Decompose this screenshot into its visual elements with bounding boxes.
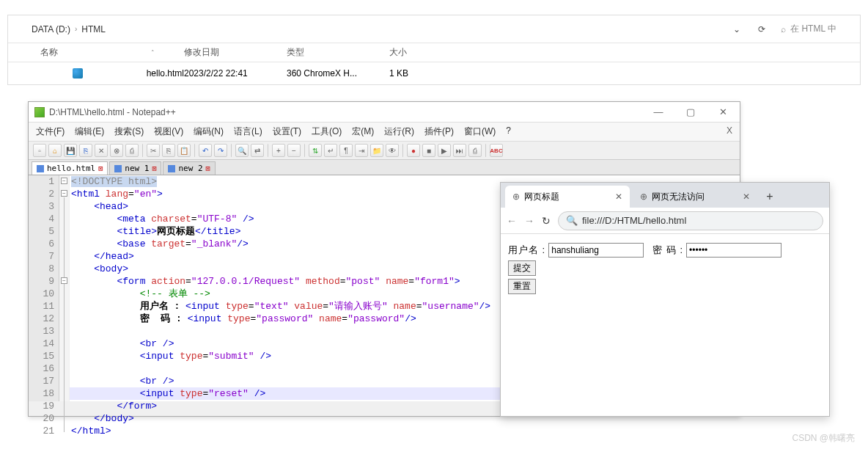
address-bar[interactable]: 🔍 file:///D:/HTML/hello.html — [558, 211, 823, 230]
browser-tab-inactive[interactable]: ⊕ 网页无法访问 ✕ — [633, 186, 757, 208]
tb-copy-icon[interactable]: ⎘ — [162, 144, 175, 157]
search-icon: ⌕ — [781, 24, 786, 34]
file-explorer: DATA (D:) › HTML ⌄ ⟳ ⌕ 在 HTML 中 名称˄ 修改日期… — [7, 15, 861, 85]
path-root[interactable]: DATA (D:) — [32, 24, 70, 34]
tb-cut-icon[interactable]: ✂ — [147, 144, 160, 157]
menu-close-doc[interactable]: X — [727, 125, 732, 138]
tb-spellcheck-icon[interactable]: ABC — [490, 144, 503, 157]
reload-button[interactable]: ↻ — [542, 215, 551, 227]
tb-sep — [194, 144, 195, 157]
col-date[interactable]: 修改日期 — [184, 46, 287, 59]
tab-hello-html[interactable]: hello.html⊠ — [32, 161, 108, 175]
tb-sync-icon[interactable]: ⇅ — [309, 144, 322, 157]
menu-help[interactable]: ? — [506, 125, 511, 138]
path-folder[interactable]: HTML — [81, 24, 106, 34]
reset-button[interactable] — [508, 279, 536, 294]
file-row[interactable]: hello.html 2023/2/22 22:41 360 ChromeX H… — [8, 62, 860, 84]
globe-icon: ⊕ — [512, 191, 520, 202]
tb-replace-icon[interactable]: ⇄ — [251, 144, 264, 157]
tb-folder-icon[interactable]: 📁 — [370, 144, 383, 157]
tb-playmulti-icon[interactable]: ⏭ — [453, 144, 466, 157]
fold-toggle-icon[interactable]: − — [61, 277, 67, 284]
menu-window[interactable]: 窗口(W) — [464, 125, 496, 138]
browser-toolbar: ← → ↻ 🔍 file:///D:/HTML/hello.html — [501, 208, 829, 234]
minimize-button[interactable]: — — [647, 106, 669, 117]
search-placeholder: 在 HTML 中 — [790, 23, 836, 35]
tb-new-icon[interactable]: ▫ — [33, 144, 46, 157]
tb-zoomin-icon[interactable]: + — [272, 144, 285, 157]
npp-title-text: D:\HTML\hello.html - Notepad++ — [49, 107, 176, 117]
tb-sep — [402, 144, 403, 157]
menu-search[interactable]: 搜索(S) — [114, 125, 144, 138]
maximize-button[interactable]: ▢ — [680, 106, 702, 117]
tb-closeall-icon[interactable]: ⊗ — [110, 144, 123, 157]
tb-close-icon[interactable]: ✕ — [95, 144, 108, 157]
tb-sep — [142, 144, 143, 157]
menu-tools[interactable]: 工具(O) — [312, 125, 342, 138]
tab-close-icon[interactable]: ⊠ — [152, 164, 156, 172]
sort-indicator-icon: ˄ — [151, 49, 184, 56]
tb-paste-icon[interactable]: 📋 — [177, 144, 191, 157]
tb-redo-icon[interactable]: ↷ — [214, 144, 227, 157]
browser-viewport: 用户名 : 密 码 : — [501, 234, 829, 306]
tb-play-icon[interactable]: ▶ — [438, 144, 451, 157]
tab-new-2[interactable]: new 2⊠ — [163, 161, 215, 175]
menu-settings[interactable]: 设置(T) — [273, 125, 301, 138]
fold-toggle-icon[interactable]: − — [61, 190, 67, 197]
tb-zoomout-icon[interactable]: − — [287, 144, 301, 157]
tb-sep — [231, 144, 232, 157]
tb-open-icon[interactable]: ⌂ — [48, 144, 62, 157]
username-input[interactable] — [548, 243, 644, 258]
browser-tab-active[interactable]: ⊕ 网页标题 ✕ — [505, 186, 630, 208]
file-name: hello.html — [147, 68, 184, 79]
tb-allchars-icon[interactable]: ¶ — [339, 144, 353, 157]
menu-run[interactable]: 运行(R) — [384, 125, 414, 138]
menu-view[interactable]: 视图(V) — [154, 125, 183, 138]
line-number-gutter: 123456789101112131415161718192021 — [29, 175, 59, 401]
url-text: file:///D:/HTML/hello.html — [582, 215, 686, 226]
col-name[interactable]: 名称˄ — [8, 46, 184, 59]
npp-titlebar[interactable]: D:\HTML\hello.html - Notepad++ — ▢ ✕ — [29, 102, 740, 123]
tab-close-icon[interactable]: ⊠ — [206, 164, 210, 172]
tb-undo-icon[interactable]: ↶ — [199, 144, 212, 157]
explorer-search[interactable]: ⌕ 在 HTML 中 — [781, 23, 836, 35]
explorer-breadcrumb[interactable]: DATA (D:) › HTML ⌄ ⟳ ⌕ 在 HTML 中 — [8, 15, 860, 43]
search-icon: 🔍 — [566, 215, 578, 226]
watermark: CSDN @韩曙亮 — [792, 432, 855, 445]
col-type[interactable]: 类型 — [287, 46, 389, 59]
back-button[interactable]: ← — [507, 215, 517, 227]
tab-new-1[interactable]: new 1⊠ — [109, 161, 161, 175]
fold-toggle-icon[interactable]: − — [61, 178, 67, 184]
fold-column[interactable]: − − − — [59, 175, 70, 401]
tb-monitor-icon[interactable]: 👁 — [386, 144, 399, 157]
tab-close-icon[interactable]: ⊠ — [98, 164, 103, 172]
menu-language[interactable]: 语言(L) — [234, 125, 262, 138]
menu-encoding[interactable]: 编码(N) — [194, 125, 224, 138]
tb-sep — [268, 144, 268, 157]
refresh-icon[interactable]: ⟳ — [756, 23, 768, 35]
tb-savemacro-icon[interactable]: ⎙ — [468, 144, 482, 157]
menu-file[interactable]: 文件(F) — [36, 125, 65, 138]
tb-find-icon[interactable]: 🔍 — [235, 144, 249, 157]
tb-record-icon[interactable]: ● — [407, 144, 420, 157]
menu-macro[interactable]: 宏(M) — [352, 125, 374, 138]
forward-button[interactable]: → — [524, 215, 534, 227]
tb-sep — [485, 144, 486, 157]
tb-print-icon[interactable]: ⎙ — [125, 144, 139, 157]
col-size[interactable]: 大小 — [389, 46, 448, 59]
tb-indent-icon[interactable]: ⇥ — [355, 144, 368, 157]
menu-plugins[interactable]: 插件(P) — [424, 125, 454, 138]
dropdown-icon[interactable]: ⌄ — [731, 23, 743, 35]
tb-stop-icon[interactable]: ■ — [422, 144, 435, 157]
tab-close-icon[interactable]: ✕ — [615, 191, 622, 202]
tb-save-icon[interactable]: 💾 — [64, 144, 77, 157]
password-input[interactable] — [686, 243, 781, 258]
tab-close-icon[interactable]: ✕ — [743, 191, 750, 202]
explorer-columns: 名称˄ 修改日期 类型 大小 — [8, 43, 860, 62]
tb-wrap-icon[interactable]: ↵ — [324, 144, 337, 157]
tb-saveall-icon[interactable]: ⎘ — [79, 144, 92, 157]
submit-button[interactable] — [508, 260, 536, 276]
menu-edit[interactable]: 编辑(E) — [75, 125, 104, 138]
new-tab-button[interactable]: + — [760, 190, 779, 203]
close-button[interactable]: ✕ — [712, 106, 734, 117]
